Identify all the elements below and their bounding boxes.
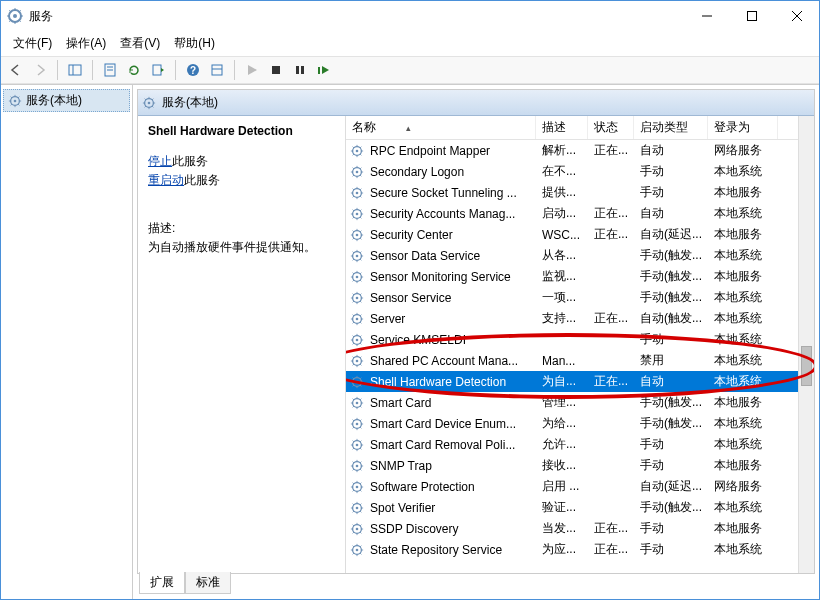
svg-point-49 [356, 401, 359, 404]
service-row[interactable]: RPC Endpoint Mapper解析...正在...自动网络服务 [346, 140, 814, 161]
col-header-desc[interactable]: 描述 [536, 116, 588, 139]
service-row[interactable]: Security Accounts Manag...启动...正在...自动本地… [346, 203, 814, 224]
cell-startup: 手动(触发... [634, 499, 708, 516]
properties-button[interactable] [99, 59, 121, 81]
service-grid: 名称▴ 描述 状态 启动类型 登录为 RPC Endpoint Mapper解析… [346, 116, 814, 573]
cell-logon: 本地系统 [708, 415, 778, 432]
service-row[interactable]: Spot Verifier验证...手动(触发...本地系统 [346, 497, 814, 518]
cell-name: Sensor Service [364, 291, 536, 305]
list-frame: 服务(本地) Shell Hardware Detection 停止此服务 重启… [137, 89, 815, 574]
cell-name: Spot Verifier [364, 501, 536, 515]
menu-file[interactable]: 文件(F) [7, 33, 58, 54]
maximize-button[interactable] [729, 1, 774, 31]
scroll-thumb[interactable] [801, 346, 812, 386]
service-row[interactable]: Shared PC Account Mana...Man...禁用本地系统 [346, 350, 814, 371]
cell-status: 正在... [588, 310, 634, 327]
service-row[interactable]: Smart Card管理...手动(触发...本地服务 [346, 392, 814, 413]
nav-back-button[interactable] [5, 59, 27, 81]
cell-name: Security Accounts Manag... [364, 207, 536, 221]
stop-service-link[interactable]: 停止 [148, 154, 172, 168]
service-row[interactable]: Secure Socket Tunneling ...提供...手动本地服务 [346, 182, 814, 203]
col-header-logon[interactable]: 登录为 [708, 116, 778, 139]
col-header-name[interactable]: 名称▴ [346, 116, 536, 139]
menu-help[interactable]: 帮助(H) [168, 33, 221, 54]
tab-standard[interactable]: 标准 [185, 572, 231, 594]
close-button[interactable] [774, 1, 819, 31]
start-service-button[interactable] [241, 59, 263, 81]
cell-desc: 为给... [536, 415, 588, 432]
menu-action[interactable]: 操作(A) [60, 33, 112, 54]
cell-logon: 本地服务 [708, 184, 778, 201]
pause-service-button[interactable] [289, 59, 311, 81]
svg-point-59 [356, 506, 359, 509]
stop-service-button[interactable] [265, 59, 287, 81]
svg-point-45 [356, 359, 359, 362]
show-hide-tree-button[interactable] [64, 59, 86, 81]
col-header-status[interactable]: 状态 [588, 116, 634, 139]
svg-point-47 [356, 380, 359, 383]
toolbar: ? [1, 56, 819, 84]
restart-service-button[interactable] [313, 59, 335, 81]
svg-point-31 [356, 212, 359, 215]
restart-service-link[interactable]: 重启动 [148, 173, 184, 187]
cell-startup: 手动(触发... [634, 247, 708, 264]
help-icon: ? [186, 63, 200, 77]
service-row[interactable]: Software Protection启用 ...自动(延迟...网络服务 [346, 476, 814, 497]
grid-rows: RPC Endpoint Mapper解析...正在...自动网络服务Secon… [346, 140, 814, 560]
service-row[interactable]: Sensor Monitoring Service监视...手动(触发...本地… [346, 266, 814, 287]
svg-point-41 [356, 317, 359, 320]
service-row[interactable]: Secondary Logon在不...手动本地系统 [346, 161, 814, 182]
cell-name: Shared PC Account Mana... [364, 354, 536, 368]
col-header-startup[interactable]: 启动类型 [634, 116, 708, 139]
service-row[interactable]: Smart Card Device Enum...为给...手动(触发...本地… [346, 413, 814, 434]
service-row[interactable]: Sensor Service一项...手动(触发...本地系统 [346, 287, 814, 308]
cell-desc: 管理... [536, 394, 588, 411]
cell-status: 正在... [588, 373, 634, 390]
export-icon [151, 63, 165, 77]
gear-icon [350, 522, 364, 536]
view-tabs: 扩展 标准 [137, 573, 815, 595]
refresh-button[interactable] [123, 59, 145, 81]
vertical-scrollbar[interactable] [798, 116, 814, 573]
service-row[interactable]: Server支持...正在...自动(触发...本地系统 [346, 308, 814, 329]
service-row[interactable]: Sensor Data Service从各...手动(触发...本地系统 [346, 245, 814, 266]
cell-desc: 当发... [536, 520, 588, 537]
tab-extended[interactable]: 扩展 [139, 572, 185, 594]
minimize-button[interactable] [684, 1, 729, 31]
row-icon [346, 186, 364, 200]
service-row[interactable]: Service KMSELDI手动本地系统 [346, 329, 814, 350]
svg-point-63 [356, 548, 359, 551]
row-icon [346, 543, 364, 557]
help-button[interactable]: ? [182, 59, 204, 81]
svg-rect-18 [301, 66, 304, 74]
help-topics-button[interactable] [206, 59, 228, 81]
service-row[interactable]: State Repository Service为应...正在...手动本地系统 [346, 539, 814, 560]
export-button[interactable] [147, 59, 169, 81]
row-icon [346, 249, 364, 263]
service-row[interactable]: SSDP Discovery当发...正在...手动本地服务 [346, 518, 814, 539]
row-icon [346, 270, 364, 284]
row-icon [346, 438, 364, 452]
service-row[interactable]: Shell Hardware Detection为自...正在...自动本地系统 [346, 371, 814, 392]
properties-icon [103, 63, 117, 77]
nav-forward-button[interactable] [29, 59, 51, 81]
service-row[interactable]: SNMP Trap接收...手动本地服务 [346, 455, 814, 476]
arrow-right-icon [33, 63, 47, 77]
service-row[interactable]: Smart Card Removal Poli...允许...手动本地系统 [346, 434, 814, 455]
cell-desc: 验证... [536, 499, 588, 516]
cell-startup: 自动(延迟... [634, 478, 708, 495]
cell-logon: 本地系统 [708, 247, 778, 264]
cell-name: Software Protection [364, 480, 536, 494]
cell-name: SNMP Trap [364, 459, 536, 473]
cell-logon: 本地系统 [708, 205, 778, 222]
menubar: 文件(F) 操作(A) 查看(V) 帮助(H) [1, 31, 819, 56]
cell-desc: 接收... [536, 457, 588, 474]
gear-icon [350, 333, 364, 347]
cell-startup: 手动 [634, 457, 708, 474]
list-header-bar: 服务(本地) [138, 90, 814, 116]
cell-logon: 本地系统 [708, 499, 778, 516]
service-row[interactable]: Security CenterWSC...正在...自动(延迟...本地服务 [346, 224, 814, 245]
cell-desc: 为应... [536, 541, 588, 558]
tree-item-services-local[interactable]: 服务(本地) [3, 89, 130, 112]
menu-view[interactable]: 查看(V) [114, 33, 166, 54]
